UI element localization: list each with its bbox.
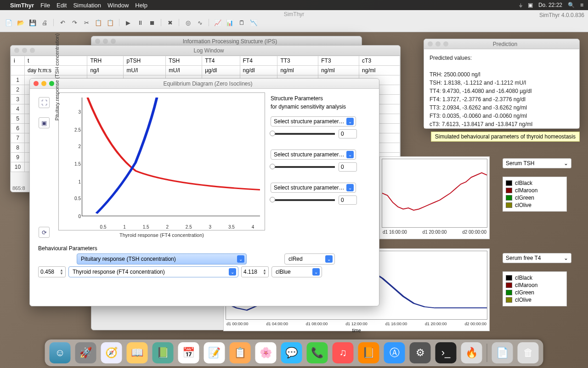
pred-line: FT3: 0.0035, -0.0060 and -0.0060 ng/ml (430, 112, 574, 120)
dock-ibooks[interactable]: 📙 (358, 342, 379, 363)
ts1-select[interactable]: Serum TSH⌄ (503, 158, 571, 168)
slider-2[interactable] (271, 166, 335, 168)
ips-title: Information Processing Structure (IPS) (102, 38, 358, 45)
log-status: 865:8 (12, 185, 25, 191)
equilibrium-window: Equilibrium Diagram (Zero Isoclines) ⛶ ▣… (29, 78, 379, 306)
prediction-window: Prediction Predicted values: TRH: 2500.0… (424, 39, 580, 129)
dock: ☺ 🚀 🧭 📖 📗 📅 📝 📋 🌸 💬 📞 ♫ 📙 Ⓐ ⚙ ›_ 🔥 📄 🗑 (45, 339, 543, 366)
struct-param-select-2[interactable]: Select structure parameter…⌄ (271, 150, 356, 160)
menu-file[interactable]: File (40, 2, 50, 9)
copy-chart-icon[interactable]: ▣ (39, 117, 50, 128)
eq-title: Equilibrium Diagram (Zero Isoclines) (40, 80, 375, 87)
dock-settings[interactable]: ⚙ (410, 342, 431, 363)
dock-reminders[interactable]: 📋 (230, 342, 251, 363)
wave-icon[interactable]: ∿ (196, 18, 204, 27)
prediction-title: Prediction (435, 41, 576, 47)
dock-terminal[interactable]: ›_ (435, 342, 457, 363)
dock-notes[interactable]: 📝 (204, 342, 225, 363)
print-icon[interactable]: 🖨 (40, 18, 49, 27)
pred-line: FT4: 1.3727, -2.3776 and -2.3776 ng/dl (430, 95, 574, 104)
chevron-down-icon: ⌄ (346, 184, 354, 191)
slider-3[interactable] (271, 199, 335, 201)
dock-messages[interactable]: 💬 (281, 342, 302, 363)
menubar: SimThyr File Edit Simulation Window Help… (0, 0, 588, 10)
undo-icon[interactable]: ↶ (58, 18, 67, 27)
log-title: Log Window (21, 47, 396, 54)
dock-facetime[interactable]: 📞 (307, 342, 328, 363)
chart1-icon[interactable]: 📈 (214, 18, 222, 27)
chevron-down-icon: ⌄ (325, 255, 333, 263)
struct-heading: Structure Parameters (271, 95, 373, 102)
dock-safari[interactable]: 🧭 (101, 342, 122, 363)
fullscreen-icon[interactable]: ⛶ (39, 97, 50, 108)
dock-calendar[interactable]: 📅 (178, 342, 199, 363)
color-2-select[interactable]: clBlue⌄ (271, 266, 322, 277)
app-name[interactable]: SimThyr (10, 2, 34, 9)
menu-help[interactable]: Help (135, 2, 147, 9)
refresh-icon[interactable]: ⟳ (39, 227, 50, 238)
menu-extras-icon[interactable]: ≡ (580, 2, 583, 8)
tooltip: Simulated behavioural parameters of thyr… (431, 132, 580, 142)
value-1-spinner[interactable]: 0.458▲▼ (38, 266, 66, 277)
color-1-select[interactable]: clRed⌄ (284, 253, 335, 264)
chevron-down-icon: ⌄ (312, 268, 320, 276)
slider-value-2[interactable] (339, 162, 357, 172)
paste-icon[interactable]: 📋 (106, 18, 114, 27)
battery-icon[interactable]: ▣ (528, 2, 533, 8)
new-icon[interactable]: 📄 (5, 18, 13, 27)
dock-itunes[interactable]: ♫ (333, 342, 354, 363)
chart3-icon[interactable]: 🗒 (237, 18, 246, 27)
main-title: SimThyr (0, 10, 588, 17)
response-1-select[interactable]: Pituitary response (TSH concentration)⌄ (77, 253, 247, 264)
chevron-down-icon: ⌄ (229, 268, 236, 276)
dock-trash[interactable]: 🗑 (518, 342, 539, 363)
spotlight-icon[interactable]: 🔍 (568, 2, 575, 8)
target-icon[interactable]: ◎ (184, 18, 192, 27)
dock-preview[interactable]: 📖 (127, 342, 148, 363)
dock-appstore[interactable]: Ⓐ (384, 342, 405, 363)
pred-line: TT3: 2.0934, -3.6262 and -3.6262 ng/ml (430, 104, 574, 112)
wifi-icon[interactable]: ⏚ (519, 2, 522, 8)
menu-edit[interactable]: Edit (57, 2, 67, 9)
ts1-chart: d1 16:00:00 d1 20:00:00 d2 00:00:00 (379, 156, 490, 239)
dock-photos[interactable]: 🌸 (255, 342, 277, 363)
open-icon[interactable]: 📂 (17, 18, 25, 27)
pred-line: TT4: 9.4730, -16.4080 and -16.4080 µg/dl (430, 87, 574, 95)
dock-finder[interactable]: ☺ (50, 342, 71, 363)
struct-param-select-3[interactable]: Select structure parameter…⌄ (271, 183, 356, 193)
response-2-select[interactable]: Thyroid response (FT4 concentration)⌄ (68, 266, 238, 277)
slider-value-3[interactable] (339, 196, 357, 205)
save-icon[interactable]: 💾 (28, 18, 37, 27)
pred-line: TSH: 1.8138, -1.1212 and -1.1212 mU/l (430, 79, 574, 87)
ts2-select[interactable]: Serum free T4⌄ (503, 253, 571, 263)
close-icon[interactable] (34, 81, 39, 86)
pred-heading: Predicted values: (430, 54, 574, 62)
stop-icon[interactable]: ⏹ (148, 18, 156, 27)
pred-line: TRH: 2500.0000 ng/l (430, 70, 574, 79)
version-label: SimThyr 4.0.0.836 (539, 12, 584, 18)
slider-value-1[interactable] (339, 129, 357, 138)
chevron-down-icon: ⌄ (564, 160, 568, 167)
chevron-down-icon: ⌄ (346, 118, 354, 125)
toolbar: 📄 📂 💾 🖨 ↶ ↷ ✂ 📋 📋 ▶ ⏸ ⏹ ✖ ◎ ∿ 📈 📊 🗒 📉 (0, 17, 588, 28)
legend-1[interactable]: clBlack clMaroon clGreen clOlive (503, 177, 567, 212)
chart4-icon[interactable]: 📉 (249, 18, 258, 27)
struct-param-select-1[interactable]: Select structure parameter…⌄ (271, 116, 356, 126)
copy-icon[interactable]: 📋 (94, 18, 102, 27)
cut-icon[interactable]: ✂ (82, 18, 90, 27)
dock-book[interactable]: 📗 (153, 342, 174, 363)
menu-simulation[interactable]: Simulation (73, 2, 101, 9)
menu-window[interactable]: Window (107, 2, 129, 9)
chart2-icon[interactable]: 📊 (226, 18, 234, 27)
legend-2[interactable]: clBlack clMaroon clGreen clOlive (503, 271, 567, 306)
dock-doc[interactable]: 📄 (492, 342, 513, 363)
clock[interactable]: Do. 22:22 (538, 2, 562, 8)
value-2-spinner[interactable]: 4.118▲▼ (241, 266, 269, 277)
tools-icon[interactable]: ✖ (166, 18, 174, 27)
slider-1[interactable] (271, 133, 335, 135)
dock-launchpad[interactable]: 🚀 (75, 342, 96, 363)
pause-icon[interactable]: ⏸ (136, 18, 144, 27)
play-icon[interactable]: ▶ (124, 18, 132, 27)
redo-icon[interactable]: ↷ (70, 18, 79, 27)
dock-simthyr[interactable]: 🔥 (461, 342, 482, 363)
